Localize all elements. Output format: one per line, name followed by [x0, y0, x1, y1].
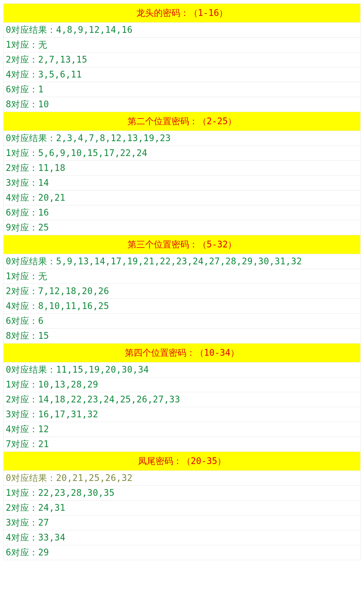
data-row: 6对应：1 [3, 82, 361, 97]
data-row: 0对应结果：4,8,9,12,14,16 [3, 23, 361, 38]
data-row: 3对应：27 [3, 515, 361, 530]
section-header: 凤尾密码：（20-35） [3, 452, 361, 471]
data-row: 4对应：8,10,11,16,25 [3, 299, 361, 314]
data-row: 2对应：14,18,22,23,24,25,26,27,33 [3, 392, 361, 407]
data-row: 0对应结果：20,21,25,26,32 [3, 471, 361, 486]
data-row: 2对应：24,31 [3, 501, 361, 515]
data-row: 0对应结果：2,3,4,7,8,12,13,19,23 [3, 131, 361, 146]
data-row: 4对应：12 [3, 422, 361, 437]
data-row: 2对应：7,12,18,20,26 [3, 284, 361, 299]
data-row: 6对应：6 [3, 314, 361, 329]
data-row: 4对应：20,21 [3, 191, 361, 205]
data-row: 0对应结果：5,9,13,14,17,19,21,22,23,24,27,28,… [3, 254, 361, 269]
data-row: 7对应：21 [3, 437, 361, 452]
data-row: 4对应：33,34 [3, 530, 361, 545]
data-row: 4对应：3,5,6,11 [3, 67, 361, 82]
data-row: 1对应：无 [3, 38, 361, 52]
code-table-container: 龙头的密码：（1-16）0对应结果：4,8,9,12,14,161对应：无2对应… [0, 0, 364, 564]
section-header: 龙头的密码：（1-16） [3, 3, 361, 23]
section-header: 第四个位置密码：（10-34） [3, 344, 361, 362]
data-row: 8对应：15 [3, 329, 361, 344]
data-row: 0对应结果：11,15,19,20,30,34 [3, 362, 361, 377]
data-row: 9对应：25 [3, 220, 361, 235]
data-row: 6对应：29 [3, 545, 361, 560]
data-row: 3对应：14 [3, 176, 361, 191]
section-header: 第二个位置密码：（2-25） [3, 112, 361, 131]
section-header: 第三个位置密码：（5-32） [3, 235, 361, 254]
data-row: 2对应：11,18 [3, 161, 361, 176]
data-row: 1对应：22,23,28,30,35 [3, 486, 361, 501]
data-row: 1对应：5,6,9,10,15,17,22,24 [3, 146, 361, 161]
data-row: 6对应：16 [3, 205, 361, 220]
data-row: 8对应：10 [3, 97, 361, 112]
data-row: 1对应：无 [3, 269, 361, 284]
data-row: 3对应：16,17,31,32 [3, 407, 361, 422]
data-row: 1对应：10,13,28,29 [3, 377, 361, 392]
data-row: 2对应：2,7,13,15 [3, 52, 361, 67]
